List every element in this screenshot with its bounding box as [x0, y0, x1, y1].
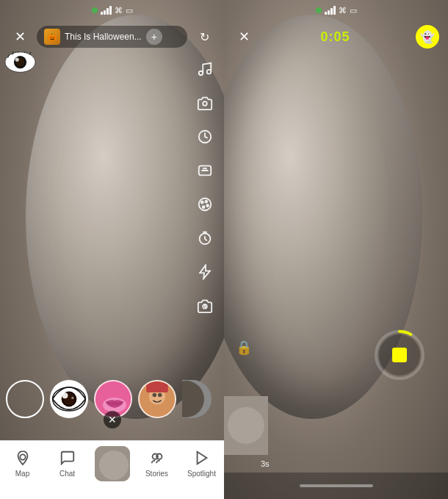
- map-icon: [13, 448, 32, 467]
- bottom-nav: Map Chat ▲: [0, 440, 224, 499]
- svg-point-32: [158, 393, 162, 398]
- right-toolbar: [195, 59, 215, 316]
- status-dot-right: [316, 7, 322, 13]
- svg-point-38: [99, 450, 129, 480]
- signal-bar-2: [104, 10, 106, 15]
- status-icons-left: ⌘ ▭: [101, 6, 133, 15]
- signal-bar-r4: [333, 6, 336, 15]
- snapchat-ghost-icon: 👻: [416, 25, 439, 49]
- left-panel: ⌘ ▭ ✕ 🎃 This Is Halloween... + ↻: [0, 0, 224, 499]
- timer-display: 0:05: [320, 29, 350, 45]
- eye-svg: [4, 51, 37, 73]
- spotlight-icon: [192, 448, 212, 467]
- song-tag[interactable]: 🎃 This Is Halloween... +: [37, 26, 187, 48]
- eye-decoration: [4, 51, 37, 73]
- svg-point-36: [20, 454, 25, 459]
- status-icons-right: ⌘ ▭: [325, 6, 357, 15]
- status-bar-right: ⌘ ▭: [224, 0, 448, 21]
- top-bar-left: ✕ 🎃 This Is Halloween... + ↻: [0, 21, 224, 53]
- wifi-icon-right: ⌘: [339, 6, 347, 15]
- bottom-thumbnail-right[interactable]: [224, 396, 268, 455]
- filter-face[interactable]: [138, 380, 176, 418]
- battery-icon-left: ▭: [126, 6, 133, 15]
- chat-label: Chat: [59, 470, 75, 478]
- speed-icon[interactable]: [195, 126, 215, 147]
- spotlight-label: Spotlight: [187, 470, 216, 478]
- camera-flip-icon[interactable]: [195, 93, 215, 113]
- svg-marker-41: [197, 452, 206, 464]
- svg-point-45: [228, 407, 264, 444]
- nav-map[interactable]: Map: [0, 447, 45, 478]
- song-title: This Is Halloween...: [65, 32, 142, 42]
- record-button-container[interactable]: [373, 329, 426, 381]
- nav-camera[interactable]: ▲: [90, 447, 134, 483]
- svg-point-17: [206, 204, 209, 207]
- svg-point-3: [15, 58, 19, 62]
- status-bar-left: ⌘ ▭: [0, 0, 224, 21]
- nav-stories[interactable]: Stories: [134, 447, 179, 478]
- wifi-icon-left: ⌘: [115, 6, 123, 15]
- svg-point-31: [153, 393, 157, 398]
- signal-bars-left: [101, 6, 112, 15]
- svg-point-16: [205, 201, 207, 203]
- record-stop-button[interactable]: [392, 348, 407, 362]
- home-indicator-right: [300, 484, 373, 487]
- svg-point-15: [201, 201, 203, 204]
- signal-bar-1: [101, 12, 103, 15]
- record-inner: [379, 334, 420, 376]
- svg-point-9: [199, 71, 203, 76]
- nav-spotlight[interactable]: Spotlight: [179, 447, 224, 478]
- nav-chat[interactable]: Chat: [45, 447, 90, 478]
- bottom-bar-right: [224, 473, 448, 499]
- delete-badge[interactable]: ✕: [104, 411, 121, 428]
- refresh-button[interactable]: ↻: [193, 26, 215, 48]
- palette-icon[interactable]: [195, 194, 215, 215]
- face-mask-icon[interactable]: [195, 160, 215, 181]
- music-icon[interactable]: [195, 59, 215, 79]
- svg-point-18: [203, 206, 205, 208]
- signal-bar-r3: [330, 8, 333, 15]
- map-label: Map: [15, 470, 29, 478]
- signal-bars-right: [325, 6, 336, 15]
- svg-point-14: [199, 198, 212, 211]
- add-song-button[interactable]: +: [146, 29, 162, 45]
- battery-icon-right: ▭: [350, 6, 357, 15]
- svg-point-26: [71, 397, 73, 399]
- svg-point-11: [203, 101, 207, 106]
- filter-empty[interactable]: [6, 380, 44, 418]
- svg-point-10: [207, 70, 212, 74]
- status-dot-left: [92, 7, 98, 13]
- flash-icon[interactable]: [195, 262, 215, 282]
- thumb-duration-label: 3s: [261, 459, 270, 468]
- svg-point-25: [62, 392, 68, 398]
- song-thumbnail: 🎃: [44, 29, 60, 45]
- top-bar-right: ✕ 0:05 👻: [224, 21, 448, 53]
- stories-label: Stories: [145, 470, 168, 478]
- timer-icon[interactable]: [195, 228, 215, 248]
- selfie-icon[interactable]: [195, 295, 215, 316]
- signal-bar-r2: [328, 10, 330, 15]
- camera-thumbnail: [93, 445, 131, 483]
- chat-icon: [58, 448, 77, 467]
- close-button-left[interactable]: ✕: [9, 26, 31, 48]
- right-panel: ⌘ ▭ ✕ 0:05 👻 🔒 3s: [224, 0, 448, 499]
- signal-bar-r1: [325, 12, 327, 15]
- stories-icon: [148, 448, 167, 467]
- filter-eye[interactable]: [50, 380, 88, 418]
- signal-bar-4: [109, 6, 112, 15]
- lock-icon[interactable]: 🔒: [236, 340, 252, 356]
- filter-partial[interactable]: [182, 380, 212, 418]
- close-button-right[interactable]: ✕: [233, 26, 255, 48]
- signal-bar-3: [106, 8, 109, 15]
